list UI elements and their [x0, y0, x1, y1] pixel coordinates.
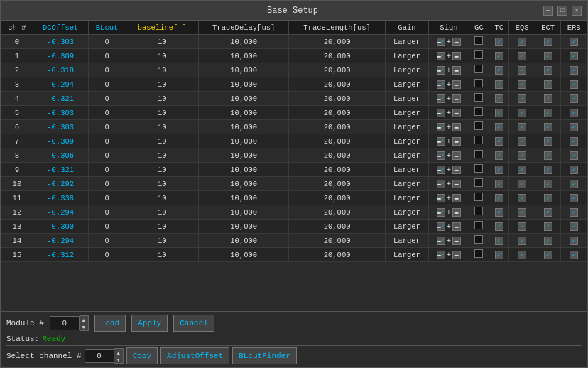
- tc-checkbox[interactable]: [495, 137, 503, 146]
- eqs-checkbox[interactable]: [518, 194, 526, 202]
- eqs-checkbox[interactable]: [518, 123, 526, 131]
- erb-checkbox[interactable]: [570, 237, 578, 245]
- sign-minus-cb[interactable]: ▬: [437, 52, 445, 60]
- erb-checkbox[interactable]: [570, 151, 578, 160]
- eqs-checkbox[interactable]: [518, 251, 526, 259]
- sign-plus-cb[interactable]: ▬: [452, 52, 461, 60]
- gc-checkbox[interactable]: [474, 249, 483, 258]
- sign-minus-cb[interactable]: ▬: [437, 251, 445, 259]
- ect-checkbox[interactable]: [544, 166, 552, 174]
- eqs-checkbox[interactable]: [518, 137, 526, 146]
- cancel-button[interactable]: Cancel: [173, 315, 214, 332]
- eqs-checkbox[interactable]: [518, 237, 526, 245]
- ect-checkbox[interactable]: [544, 66, 552, 75]
- sign-plus-cb[interactable]: ▬: [452, 123, 461, 131]
- tc-checkbox[interactable]: [495, 166, 503, 174]
- erb-checkbox[interactable]: [570, 66, 578, 75]
- sign-plus-cb[interactable]: ▬: [452, 166, 461, 174]
- eqs-checkbox[interactable]: [518, 180, 526, 188]
- gc-checkbox[interactable]: [474, 193, 483, 201]
- gc-checkbox[interactable]: [474, 50, 483, 59]
- blcut-finder-button[interactable]: BLcutFinder: [232, 347, 297, 364]
- erb-checkbox[interactable]: [570, 208, 578, 217]
- ect-checkbox[interactable]: [544, 222, 552, 231]
- module-spin-down[interactable]: ▼: [80, 323, 88, 330]
- maximize-button[interactable]: □: [557, 6, 567, 16]
- sign-plus-cb[interactable]: ▬: [452, 208, 461, 217]
- tc-checkbox[interactable]: [495, 52, 503, 60]
- erb-checkbox[interactable]: [570, 251, 578, 259]
- tc-checkbox[interactable]: [495, 80, 503, 89]
- ect-checkbox[interactable]: [544, 237, 552, 245]
- ect-checkbox[interactable]: [544, 251, 552, 259]
- sign-plus-cb[interactable]: ▬: [452, 109, 461, 117]
- sign-plus-cb[interactable]: ▬: [452, 151, 461, 160]
- tc-checkbox[interactable]: [495, 66, 503, 75]
- gc-checkbox[interactable]: [474, 121, 483, 130]
- eqs-checkbox[interactable]: [518, 151, 526, 160]
- gc-checkbox[interactable]: [474, 36, 483, 45]
- channel-spinbox[interactable]: [85, 349, 114, 363]
- erb-checkbox[interactable]: [570, 109, 578, 117]
- erb-checkbox[interactable]: [570, 180, 578, 188]
- eqs-checkbox[interactable]: [518, 208, 526, 217]
- ect-checkbox[interactable]: [544, 109, 552, 117]
- tc-checkbox[interactable]: [495, 109, 503, 117]
- sign-minus-cb[interactable]: ▬: [437, 222, 445, 231]
- close-button[interactable]: ✕: [572, 6, 582, 16]
- ect-checkbox[interactable]: [544, 208, 552, 217]
- sign-minus-cb[interactable]: ▬: [437, 38, 445, 46]
- sign-minus-cb[interactable]: ▬: [437, 137, 445, 146]
- sign-plus-cb[interactable]: ▬: [452, 194, 461, 202]
- erb-checkbox[interactable]: [570, 222, 578, 231]
- sign-minus-cb[interactable]: ▬: [437, 208, 445, 217]
- channel-spin-up[interactable]: ▲: [114, 349, 123, 356]
- gc-checkbox[interactable]: [474, 207, 483, 215]
- erb-checkbox[interactable]: [570, 52, 578, 60]
- ect-checkbox[interactable]: [544, 94, 552, 103]
- sign-plus-cb[interactable]: ▬: [452, 38, 461, 46]
- sign-minus-cb[interactable]: ▬: [437, 94, 445, 103]
- gc-checkbox[interactable]: [474, 178, 483, 187]
- ect-checkbox[interactable]: [544, 151, 552, 160]
- sign-minus-cb[interactable]: ▬: [437, 151, 445, 160]
- gc-checkbox[interactable]: [474, 235, 483, 244]
- eqs-checkbox[interactable]: [518, 66, 526, 75]
- sign-minus-cb[interactable]: ▬: [437, 80, 445, 89]
- eqs-checkbox[interactable]: [518, 94, 526, 103]
- tc-checkbox[interactable]: [495, 208, 503, 217]
- sign-plus-cb[interactable]: ▬: [452, 251, 461, 259]
- gc-checkbox[interactable]: [474, 107, 483, 116]
- module-spin-up[interactable]: ▲: [80, 316, 88, 323]
- erb-checkbox[interactable]: [570, 123, 578, 131]
- erb-checkbox[interactable]: [570, 94, 578, 103]
- erb-checkbox[interactable]: [570, 137, 578, 146]
- module-spinbox[interactable]: [50, 316, 80, 330]
- erb-checkbox[interactable]: [570, 194, 578, 202]
- eqs-checkbox[interactable]: [518, 109, 526, 117]
- tc-checkbox[interactable]: [495, 222, 503, 231]
- channel-spin-down[interactable]: ▼: [114, 356, 123, 363]
- gc-checkbox[interactable]: [474, 221, 483, 229]
- sign-plus-cb[interactable]: ▬: [452, 80, 461, 89]
- eqs-checkbox[interactable]: [518, 80, 526, 89]
- eqs-checkbox[interactable]: [518, 52, 526, 60]
- adjust-offset-button[interactable]: AdjustOffset: [160, 347, 229, 364]
- erb-checkbox[interactable]: [570, 38, 578, 46]
- sign-minus-cb[interactable]: ▬: [437, 109, 445, 117]
- tc-checkbox[interactable]: [495, 180, 503, 188]
- gc-checkbox[interactable]: [474, 150, 483, 158]
- sign-plus-cb[interactable]: ▬: [452, 94, 461, 103]
- gc-checkbox[interactable]: [474, 164, 483, 173]
- copy-button[interactable]: Copy: [126, 347, 158, 364]
- tc-checkbox[interactable]: [495, 123, 503, 131]
- ect-checkbox[interactable]: [544, 137, 552, 146]
- minimize-button[interactable]: —: [543, 6, 553, 16]
- gc-checkbox[interactable]: [474, 79, 483, 87]
- tc-checkbox[interactable]: [495, 151, 503, 160]
- sign-minus-cb[interactable]: ▬: [437, 123, 445, 131]
- data-table-container[interactable]: ch # DCOffset BLcut baseline[-] TraceDel…: [1, 21, 587, 311]
- gc-checkbox[interactable]: [474, 65, 483, 73]
- ect-checkbox[interactable]: [544, 123, 552, 131]
- eqs-checkbox[interactable]: [518, 38, 526, 46]
